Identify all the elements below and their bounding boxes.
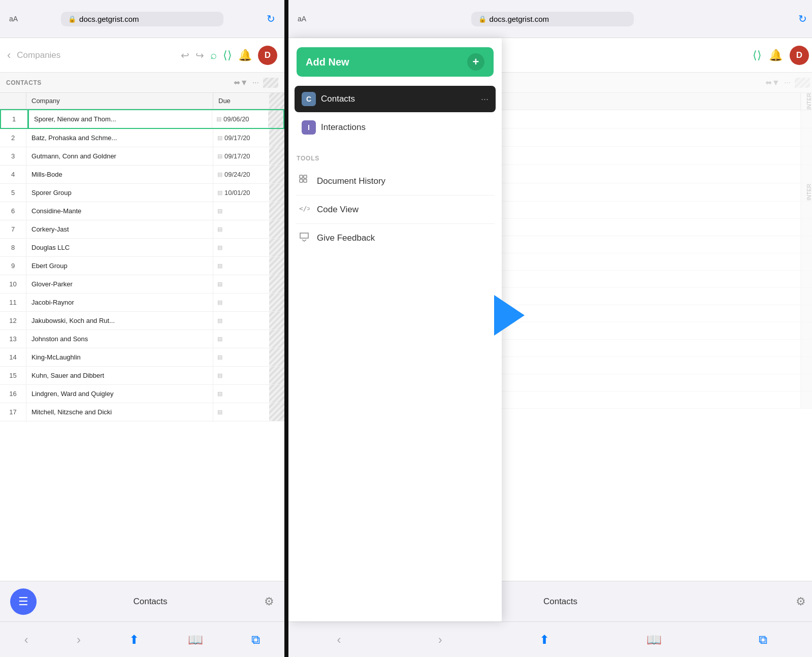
left-url-bar[interactable]: 🔒 docs.getgrist.com bbox=[61, 12, 223, 26]
left-table-row[interactable]: 17Mitchell, Nitzsche and Dicki▤ bbox=[0, 403, 284, 421]
col-header-num bbox=[0, 93, 26, 109]
right-more-icon[interactable]: ··· bbox=[784, 78, 791, 87]
left-table-row[interactable]: 13Johnston and Sons▤ bbox=[0, 330, 284, 348]
right-settings-icon[interactable]: ⚙ bbox=[796, 595, 806, 608]
right-bell-icon[interactable]: 🔔 bbox=[769, 49, 783, 62]
left-table-row[interactable]: 3Gutmann, Conn and Goldner▤ 09/17/20 bbox=[0, 147, 284, 166]
row-icon: ▤ bbox=[217, 317, 222, 324]
right-safari-bookmarks[interactable]: 📖 bbox=[646, 633, 662, 647]
left-table-row[interactable]: 6Considine-Mante▤ bbox=[0, 202, 284, 220]
striped-cell bbox=[269, 275, 284, 293]
row-icon: ▤ bbox=[217, 153, 222, 159]
striped-cell bbox=[269, 147, 284, 165]
left-menu-button[interactable]: ☰ bbox=[10, 588, 37, 615]
right-safari-forward[interactable]: › bbox=[438, 633, 442, 647]
left-safari-tabs[interactable]: ⧉ bbox=[251, 633, 260, 647]
svg-rect-2 bbox=[300, 179, 303, 182]
inter-col-cell bbox=[801, 236, 812, 253]
left-table-row[interactable]: 10Glover-Parker▤ bbox=[0, 275, 284, 293]
td-due: ▤ bbox=[213, 293, 269, 311]
td-due: ▤ bbox=[213, 239, 269, 256]
left-url-text: docs.getgrist.com bbox=[79, 15, 139, 23]
td-num: 3 bbox=[0, 147, 26, 165]
td-num: 8 bbox=[0, 239, 26, 256]
td-due: ▤ 09/17/20 bbox=[213, 129, 269, 147]
inter-col-cell: INTER bbox=[801, 183, 812, 201]
left-bell-icon[interactable]: 🔔 bbox=[238, 49, 252, 62]
nav-item-interactions[interactable]: I Interactions bbox=[295, 114, 496, 141]
left-table-row[interactable]: 15Kuhn, Sauer and Dibbert▤ bbox=[0, 367, 284, 385]
left-table-row[interactable]: 2Batz, Prohaska and Schme...▤ 09/17/20 bbox=[0, 129, 284, 147]
right-filter-icon[interactable]: ⬌▼ bbox=[765, 78, 780, 87]
left-safari-bookmarks[interactable]: 📖 bbox=[188, 633, 203, 647]
right-avatar[interactable]: D bbox=[790, 46, 809, 65]
right-safari-bottom: ‹ › ⬆ 📖 ⧉ bbox=[288, 621, 812, 657]
right-aa-text[interactable]: aA bbox=[298, 15, 306, 23]
tools-section: TOOLS Document History </> bbox=[288, 145, 502, 257]
left-aa-text[interactable]: aA bbox=[9, 15, 18, 23]
striped-cell bbox=[269, 220, 284, 238]
left-back-button[interactable]: ‹ bbox=[7, 49, 11, 62]
left-bottom-title: Contacts bbox=[133, 597, 167, 607]
left-redo-button[interactable]: ↪ bbox=[196, 49, 204, 61]
left-safari-share[interactable]: ⬆ bbox=[129, 633, 139, 647]
left-table-row[interactable]: 12Jakubowski, Koch and Rut...▤ bbox=[0, 312, 284, 330]
code-view-label: Code View bbox=[317, 205, 359, 215]
right-share-icon[interactable]: ⟨⟩ bbox=[753, 49, 762, 62]
left-table-row[interactable]: 4Mills-Bode▤ 09/24/20 bbox=[0, 166, 284, 184]
left-striped-header bbox=[263, 78, 278, 88]
row-icon: ▤ bbox=[216, 116, 221, 122]
left-table-row[interactable]: 16Lindgren, Ward and Quigley▤ bbox=[0, 385, 284, 403]
left-table-row[interactable]: 7Corkery-Jast▤ bbox=[0, 220, 284, 239]
left-undo-button[interactable]: ↩ bbox=[181, 49, 189, 61]
add-new-button[interactable]: Add New + bbox=[297, 47, 494, 77]
inter-col-cell bbox=[801, 374, 812, 391]
left-safari-forward[interactable]: › bbox=[77, 633, 81, 647]
inter-col-cell bbox=[801, 110, 812, 128]
left-share-icon[interactable]: ⟨⟩ bbox=[223, 49, 232, 62]
left-safari-back[interactable]: ‹ bbox=[24, 633, 28, 647]
td-company: Johnston and Sons bbox=[26, 330, 213, 348]
td-company: King-McLaughlin bbox=[26, 348, 213, 366]
contacts-icon: C bbox=[302, 92, 316, 106]
code-view-icon: </> bbox=[298, 203, 311, 216]
nav-contacts-label: Contacts bbox=[321, 94, 355, 104]
col-header-striped bbox=[269, 93, 284, 109]
row-icon: ▤ bbox=[217, 281, 222, 287]
td-due: ▤ bbox=[213, 330, 269, 348]
arrow-indicator bbox=[494, 295, 525, 336]
left-reload-icon[interactable]: ↻ bbox=[267, 13, 275, 25]
td-company: Kuhn, Sauer and Dibbert bbox=[26, 367, 213, 384]
nav-item-contacts[interactable]: C Contacts ··· bbox=[295, 86, 496, 112]
right-safari-back[interactable]: ‹ bbox=[337, 633, 341, 647]
left-table-row[interactable]: 14King-McLaughlin▤ bbox=[0, 348, 284, 367]
right-safari-share[interactable]: ⬆ bbox=[539, 633, 549, 647]
left-table-row[interactable]: 9Ebert Group▤ bbox=[0, 257, 284, 275]
left-search-icon[interactable]: ⌕ bbox=[210, 49, 217, 62]
row-icon: ▤ bbox=[217, 336, 222, 342]
left-filter-icon[interactable]: ⬌▼ bbox=[234, 78, 248, 87]
td-num: 14 bbox=[0, 348, 26, 366]
left-more-icon[interactable]: ··· bbox=[252, 78, 259, 87]
svg-rect-3 bbox=[304, 179, 307, 182]
right-url-bar[interactable]: 🔒 docs.getgrist.com bbox=[471, 12, 634, 26]
left-table-row[interactable]: 1Sporer, Nienow and Thom...▤ 09/06/20 bbox=[0, 109, 284, 129]
document-history-icon bbox=[298, 174, 311, 188]
td-company: Jacobi-Raynor bbox=[26, 293, 213, 311]
left-settings-icon[interactable]: ⚙ bbox=[264, 595, 274, 608]
row-icon: ▤ bbox=[217, 354, 222, 360]
td-num: 11 bbox=[0, 293, 26, 311]
nav-list: C Contacts ··· I Interactions bbox=[288, 82, 502, 145]
tool-code-view[interactable]: </> Code View bbox=[296, 195, 495, 224]
left-table-row[interactable]: 8Douglas LLC▤ bbox=[0, 239, 284, 257]
right-safari-tabs[interactable]: ⧉ bbox=[759, 633, 767, 647]
left-avatar[interactable]: D bbox=[258, 46, 277, 65]
left-table-row[interactable]: 11Jacobi-Raynor▤ bbox=[0, 293, 284, 312]
left-table-row[interactable]: 5Sporer Group▤ 10/01/20 bbox=[0, 184, 284, 202]
contacts-more-icon[interactable]: ··· bbox=[481, 94, 489, 105]
tool-give-feedback[interactable]: Give Feedback bbox=[296, 224, 495, 252]
inter-col-cell bbox=[801, 322, 812, 339]
right-reload-icon[interactable]: ↻ bbox=[798, 13, 807, 25]
tool-document-history[interactable]: Document History bbox=[296, 167, 495, 195]
right-browser-bar: aA 🔒 docs.getgrist.com ↻ bbox=[288, 0, 812, 38]
